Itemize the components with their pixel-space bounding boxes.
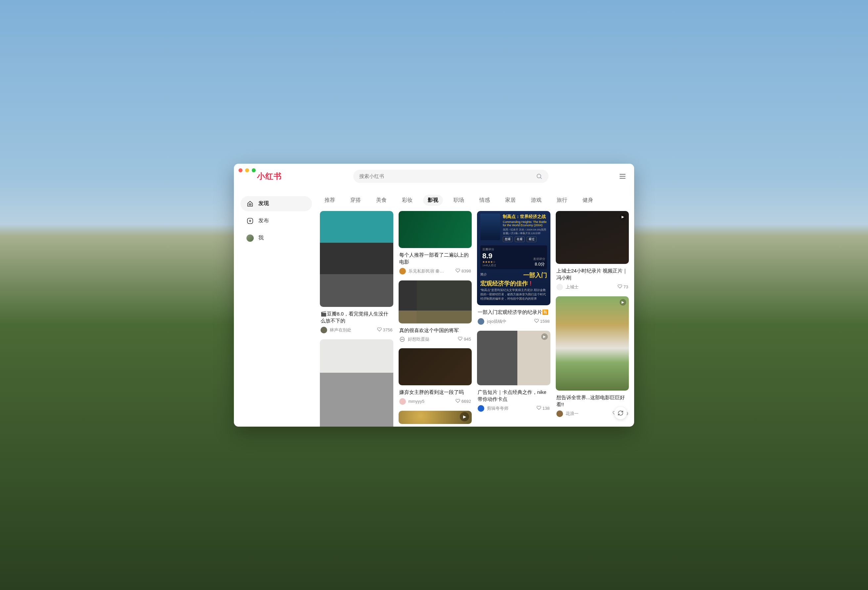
refresh-button[interactable] — [614, 407, 627, 419]
play-icon[interactable]: ▶ — [460, 412, 469, 421]
like-button[interactable]: 1598 — [534, 319, 550, 324]
card-author[interactable]: 剪辑夸夸师 — [478, 405, 508, 412]
heart-icon — [456, 398, 460, 404]
like-button[interactable]: 945 — [458, 336, 471, 342]
feed-card[interactable] — [320, 339, 393, 426]
card-author[interactable]: 花浪一 — [557, 410, 579, 417]
tab-情感[interactable]: 情感 — [475, 195, 495, 206]
tab-美食[interactable]: 美食 — [372, 195, 391, 206]
tab-健身[interactable]: 健身 — [578, 195, 598, 206]
tab-推荐[interactable]: 推荐 — [320, 195, 340, 206]
author-name: 林声在别处 — [330, 327, 351, 333]
feed-card[interactable]: 真的很喜欢这个中国的将军好想吃蛋挞945 — [399, 280, 472, 342]
app-logo[interactable]: 小红书 — [257, 171, 282, 181]
search-input[interactable] — [359, 173, 533, 179]
feed-card[interactable]: 🎬豆瓣8.0，看完觉得人生没什么放不下的林声在别处3756 — [320, 211, 393, 333]
search-wrap — [288, 170, 613, 183]
main-content: 推荐穿搭美食彩妆影视职场情感家居游戏旅行健身 🎬豆瓣8.0，看完觉得人生没什么放… — [317, 186, 634, 426]
like-count: 945 — [464, 337, 471, 342]
like-button[interactable]: 6692 — [456, 398, 471, 404]
author-avatar — [478, 318, 484, 325]
heart-icon — [618, 284, 622, 290]
heart-icon — [458, 336, 462, 342]
close-window-button[interactable] — [239, 168, 242, 172]
feed-card[interactable]: ▶广告短片｜卡点经典之作，nike带你动作卡点剪辑夸夸师138 — [477, 331, 551, 412]
like-count: 8398 — [462, 268, 471, 273]
card-thumbnail[interactable]: ▶ — [556, 296, 629, 391]
like-count: 6692 — [462, 399, 471, 404]
author-name: 乐见私影民宿 秦… — [409, 268, 444, 274]
like-button[interactable]: 73 — [618, 284, 628, 290]
svg-point-8 — [402, 339, 403, 340]
card-thumbnail[interactable] — [399, 211, 472, 248]
card-title: 上城士24小时纪录片 视频正片｜冯小刚 — [557, 267, 629, 281]
like-button[interactable]: 138 — [537, 406, 550, 411]
tab-旅行[interactable]: 旅行 — [552, 195, 572, 206]
minimize-window-button[interactable] — [245, 168, 249, 172]
search-bar[interactable] — [353, 170, 548, 183]
feed-card[interactable]: 制高点：世界经济之战 Commanding Heights: The Battl… — [477, 211, 551, 325]
like-count: 73 — [623, 285, 628, 289]
card-thumbnail[interactable]: ▶ — [477, 331, 551, 385]
sidebar: 发现 发布 我 — [234, 186, 317, 426]
card-title: 想告诉全世界...这部电影巨巨好看!! — [557, 394, 629, 408]
author-name: jojo搞钱中 — [487, 319, 506, 324]
heart-icon — [456, 268, 460, 274]
like-button[interactable]: 8398 — [456, 268, 471, 274]
tab-彩妆[interactable]: 彩妆 — [397, 195, 417, 206]
like-count: 3756 — [383, 327, 393, 332]
body: 发现 发布 我 推荐穿搭美食彩妆影视职场情感家居游戏旅行健身 🎬豆瓣8.0，看完… — [234, 186, 634, 426]
card-footer: jojo搞钱中1598 — [477, 318, 551, 325]
home-icon — [247, 200, 254, 207]
card-thumbnail[interactable]: ▶ — [556, 211, 629, 264]
tab-家居[interactable]: 家居 — [500, 195, 520, 206]
card-thumbnail[interactable] — [320, 339, 393, 426]
tab-游戏[interactable]: 游戏 — [526, 195, 546, 206]
app-window: 小红书 发现 发布 — [234, 164, 634, 426]
sidebar-item-me[interactable]: 我 — [241, 230, 312, 246]
card-footer: 林声在别处3756 — [320, 327, 393, 333]
card-footer: 好想吃蛋挞945 — [399, 336, 472, 342]
card-author[interactable]: mmyyy5 — [399, 398, 424, 405]
card-footer: 乐见私影民宿 秦…8398 — [399, 268, 472, 274]
feed-scroll[interactable]: 🎬豆瓣8.0，看完觉得人生没什么放不下的林声在别处3756每个人推荐一部看了二遍… — [317, 211, 632, 426]
sidebar-item-label: 我 — [258, 235, 264, 242]
menu-button[interactable] — [620, 174, 626, 178]
svg-rect-2 — [249, 204, 251, 205]
video-badge-icon: ▶ — [541, 333, 548, 340]
author-name: 花浪一 — [565, 411, 579, 417]
feed-card[interactable]: ▶ — [399, 411, 472, 424]
heart-icon — [534, 319, 539, 324]
card-thumbnail[interactable] — [399, 348, 472, 385]
feed-card[interactable]: ▶想告诉全世界...这部电影巨巨好看!!花浪一3739 — [556, 296, 629, 417]
sidebar-item-publish[interactable]: 发布 — [241, 213, 312, 229]
card-thumbnail[interactable]: 制高点：世界经济之战 Commanding Heights: The Battl… — [477, 211, 551, 305]
hamburger-icon — [620, 174, 626, 175]
card-thumbnail[interactable]: ▶ — [399, 411, 472, 424]
fullscreen-window-button[interactable] — [252, 168, 256, 172]
card-thumbnail[interactable] — [320, 211, 393, 307]
card-title: 一部入门宏观经济学的纪录片🈶 — [478, 308, 550, 316]
card-author[interactable]: 好想吃蛋挞 — [399, 336, 430, 342]
search-icon[interactable] — [536, 173, 542, 180]
card-thumbnail[interactable] — [399, 280, 472, 323]
feed-card[interactable]: ▶上城士24小时纪录片 视频正片｜冯小刚上城士73 — [556, 211, 629, 291]
feed-card[interactable]: 嫌弃女主胖的看到这一段了吗mmyyy56692 — [399, 348, 472, 405]
tab-影视[interactable]: 影视 — [423, 195, 443, 206]
tab-穿搭[interactable]: 穿搭 — [346, 195, 366, 206]
tab-职场[interactable]: 职场 — [449, 195, 469, 206]
window-controls — [239, 168, 256, 172]
card-author[interactable]: jojo搞钱中 — [478, 318, 506, 325]
author-name: 剪辑夸夸师 — [487, 406, 508, 412]
author-avatar — [399, 268, 406, 274]
card-author[interactable]: 上城士 — [557, 284, 579, 291]
video-badge-icon: ▶ — [620, 214, 626, 220]
card-author[interactable]: 乐见私影民宿 秦… — [399, 268, 444, 274]
sidebar-item-discover[interactable]: 发现 — [241, 196, 312, 211]
feed-card[interactable]: 每个人推荐一部看了二遍以上的电影乐见私影民宿 秦…8398 — [399, 211, 472, 274]
card-footer: mmyyy56692 — [399, 398, 472, 405]
like-button[interactable]: 3756 — [377, 327, 393, 333]
author-name: 好想吃蛋挞 — [408, 336, 430, 342]
category-tabs: 推荐穿搭美食彩妆影视职场情感家居游戏旅行健身 — [317, 186, 632, 211]
card-author[interactable]: 林声在别处 — [320, 327, 351, 333]
